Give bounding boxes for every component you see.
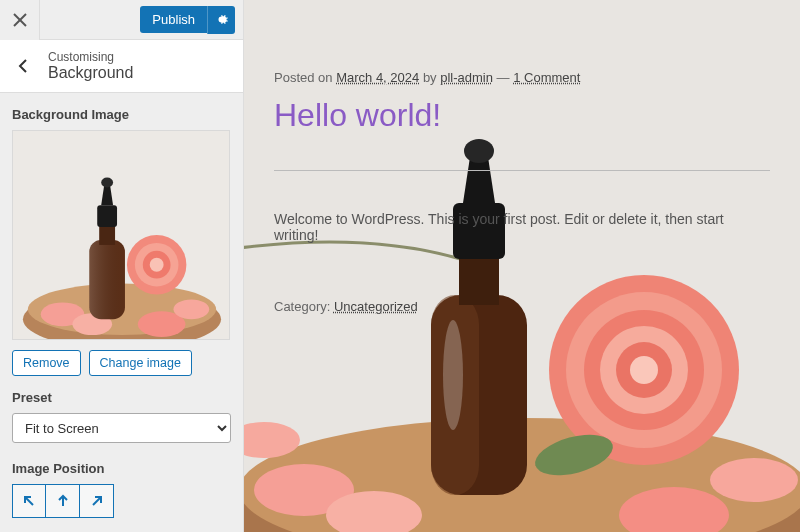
- publish-button[interactable]: Publish: [140, 6, 207, 33]
- publish-group: Publish: [140, 6, 243, 34]
- remove-button[interactable]: Remove: [12, 350, 81, 376]
- svg-rect-14: [89, 240, 125, 319]
- svg-rect-15: [99, 225, 115, 245]
- post: Posted on March 4, 2024 by pll-admin — 1…: [244, 0, 800, 344]
- svg-line-19: [25, 497, 33, 505]
- post-meta: Posted on March 4, 2024 by pll-admin — 1…: [274, 70, 770, 85]
- post-title[interactable]: Hello world!: [274, 97, 770, 134]
- meta-author-link[interactable]: pll-admin: [440, 70, 493, 85]
- arrow-up-right-icon: [89, 493, 105, 509]
- post-body: Welcome to WordPress. This is your first…: [274, 211, 770, 243]
- position-top-center[interactable]: [46, 484, 80, 518]
- category-label: Category:: [274, 299, 334, 314]
- position-label: Image Position: [12, 461, 231, 476]
- customising-label: Customising: [48, 50, 133, 64]
- svg-point-12: [150, 258, 164, 272]
- customizer-sidebar: Publish Customising Background Backgroun…: [0, 0, 244, 532]
- change-image-button[interactable]: Change image: [89, 350, 192, 376]
- arrow-up-icon: [55, 493, 71, 509]
- position-grid: [12, 484, 231, 518]
- position-top-right[interactable]: [80, 484, 114, 518]
- section-text: Customising Background: [48, 50, 133, 82]
- gear-icon: [214, 12, 229, 27]
- arrow-up-left-icon: [21, 493, 37, 509]
- svg-point-35: [630, 356, 658, 384]
- back-button[interactable]: [14, 56, 34, 76]
- svg-point-8: [174, 299, 210, 319]
- meta-sep: —: [493, 70, 513, 85]
- preview-pane: Posted on March 4, 2024 by pll-admin — 1…: [244, 0, 800, 532]
- preset-select[interactable]: Fit to Screen: [12, 413, 231, 443]
- svg-rect-16: [97, 205, 117, 227]
- meta-posted-label: Posted on: [274, 70, 336, 85]
- meta-comments-link[interactable]: 1 Comment: [513, 70, 580, 85]
- category-link[interactable]: Uncategorized: [334, 299, 418, 314]
- position-top-left[interactable]: [12, 484, 46, 518]
- post-category: Category: Uncategorized: [274, 299, 770, 314]
- meta-date-link[interactable]: March 4, 2024: [336, 70, 419, 85]
- preset-label: Preset: [12, 390, 231, 405]
- svg-line-21: [93, 497, 101, 505]
- close-icon: [13, 13, 27, 27]
- divider: [274, 170, 770, 171]
- meta-by-label: by: [419, 70, 440, 85]
- chevron-left-icon: [16, 58, 32, 74]
- close-button[interactable]: [0, 0, 40, 40]
- thumbnail-image: [13, 131, 229, 339]
- svg-point-28: [710, 458, 798, 502]
- topbar: Publish: [0, 0, 243, 40]
- controls: Background Image: [0, 93, 243, 532]
- publish-settings-button[interactable]: [207, 6, 235, 34]
- svg-point-18: [101, 178, 113, 188]
- bg-image-label: Background Image: [12, 107, 231, 122]
- image-buttons: Remove Change image: [12, 350, 231, 376]
- app-root: Publish Customising Background Backgroun…: [0, 0, 800, 532]
- bg-image-thumbnail[interactable]: [12, 130, 230, 340]
- section-title: Background: [48, 64, 133, 82]
- section-header: Customising Background: [0, 40, 243, 93]
